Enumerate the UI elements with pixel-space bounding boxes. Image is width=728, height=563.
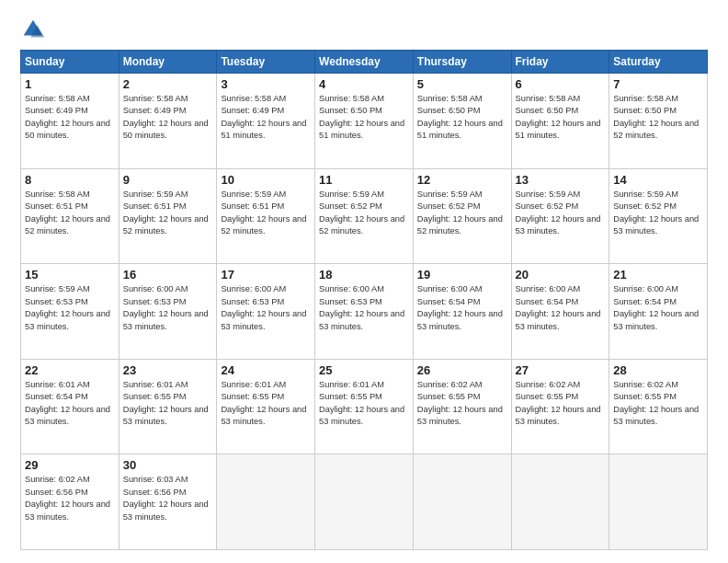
header bbox=[20, 17, 708, 42]
day-number: 29 bbox=[25, 458, 115, 472]
day-cell: 30 Sunrise: 6:03 AMSunset: 6:56 PMDaylig… bbox=[119, 454, 217, 550]
week-row-3: 15 Sunrise: 5:59 AMSunset: 6:53 PMDaylig… bbox=[21, 264, 708, 360]
day-cell: 7 Sunrise: 5:58 AMSunset: 6:50 PMDayligh… bbox=[609, 74, 708, 169]
day-cell: 21 Sunrise: 6:00 AMSunset: 6:54 PMDaylig… bbox=[609, 264, 708, 360]
day-cell: 24 Sunrise: 6:01 AMSunset: 6:55 PMDaylig… bbox=[217, 359, 315, 454]
day-number: 10 bbox=[221, 173, 311, 187]
day-number: 7 bbox=[613, 77, 703, 91]
day-number: 5 bbox=[417, 77, 507, 91]
logo-icon bbox=[20, 17, 46, 42]
day-header-monday: Monday bbox=[119, 51, 217, 74]
day-cell: 1 Sunrise: 5:58 AMSunset: 6:49 PMDayligh… bbox=[21, 74, 119, 169]
day-info: Sunrise: 5:58 AMSunset: 6:50 PMDaylight:… bbox=[613, 93, 703, 143]
day-cell bbox=[511, 454, 609, 550]
day-number: 21 bbox=[613, 268, 703, 282]
week-row-2: 8 Sunrise: 5:58 AMSunset: 6:51 PMDayligh… bbox=[21, 168, 708, 264]
day-info: Sunrise: 6:00 AMSunset: 6:54 PMDaylight:… bbox=[613, 283, 703, 333]
day-cell: 25 Sunrise: 6:01 AMSunset: 6:55 PMDaylig… bbox=[315, 359, 414, 454]
day-info: Sunrise: 6:00 AMSunset: 6:53 PMDaylight:… bbox=[123, 283, 213, 333]
day-info: Sunrise: 6:01 AMSunset: 6:55 PMDaylight:… bbox=[221, 379, 311, 429]
day-number: 1 bbox=[25, 77, 115, 91]
day-number: 24 bbox=[221, 363, 311, 377]
header-row: SundayMondayTuesdayWednesdayThursdayFrid… bbox=[21, 51, 708, 74]
day-cell: 27 Sunrise: 6:02 AMSunset: 6:55 PMDaylig… bbox=[511, 359, 609, 454]
calendar: SundayMondayTuesdayWednesdayThursdayFrid… bbox=[20, 50, 708, 550]
day-cell: 26 Sunrise: 6:02 AMSunset: 6:55 PMDaylig… bbox=[413, 359, 511, 454]
day-number: 15 bbox=[25, 268, 115, 282]
day-number: 26 bbox=[417, 363, 507, 377]
day-info: Sunrise: 6:03 AMSunset: 6:56 PMDaylight:… bbox=[123, 474, 213, 523]
day-info: Sunrise: 6:00 AMSunset: 6:53 PMDaylight:… bbox=[221, 283, 311, 333]
day-info: Sunrise: 6:02 AMSunset: 6:55 PMDaylight:… bbox=[516, 379, 606, 429]
calendar-header: SundayMondayTuesdayWednesdayThursdayFrid… bbox=[21, 51, 708, 74]
day-header-saturday: Saturday bbox=[609, 51, 708, 74]
day-number: 2 bbox=[123, 77, 213, 91]
day-number: 11 bbox=[319, 173, 409, 187]
week-row-5: 29 Sunrise: 6:02 AMSunset: 6:56 PMDaylig… bbox=[21, 454, 708, 550]
day-cell: 18 Sunrise: 6:00 AMSunset: 6:53 PMDaylig… bbox=[315, 264, 414, 360]
day-cell bbox=[609, 454, 708, 550]
day-cell: 2 Sunrise: 5:58 AMSunset: 6:49 PMDayligh… bbox=[119, 74, 217, 169]
page: SundayMondayTuesdayWednesdayThursdayFrid… bbox=[0, 0, 728, 563]
day-cell: 29 Sunrise: 6:02 AMSunset: 6:56 PMDaylig… bbox=[21, 454, 119, 550]
day-cell bbox=[217, 454, 315, 550]
day-info: Sunrise: 6:01 AMSunset: 6:55 PMDaylight:… bbox=[319, 379, 409, 429]
day-cell: 16 Sunrise: 6:00 AMSunset: 6:53 PMDaylig… bbox=[119, 264, 217, 360]
day-info: Sunrise: 5:58 AMSunset: 6:50 PMDaylight:… bbox=[516, 93, 606, 143]
day-info: Sunrise: 5:59 AMSunset: 6:52 PMDaylight:… bbox=[613, 189, 703, 238]
day-info: Sunrise: 5:59 AMSunset: 6:51 PMDaylight:… bbox=[221, 189, 311, 238]
day-info: Sunrise: 6:00 AMSunset: 6:54 PMDaylight:… bbox=[417, 283, 507, 333]
day-number: 30 bbox=[123, 458, 213, 472]
day-cell: 11 Sunrise: 5:59 AMSunset: 6:52 PMDaylig… bbox=[315, 168, 414, 264]
day-number: 14 bbox=[613, 173, 703, 187]
day-cell: 22 Sunrise: 6:01 AMSunset: 6:54 PMDaylig… bbox=[21, 359, 119, 454]
day-cell: 5 Sunrise: 5:58 AMSunset: 6:50 PMDayligh… bbox=[413, 74, 511, 169]
day-info: Sunrise: 5:59 AMSunset: 6:51 PMDaylight:… bbox=[123, 189, 213, 238]
day-info: Sunrise: 5:59 AMSunset: 6:52 PMDaylight:… bbox=[319, 189, 409, 238]
day-cell: 15 Sunrise: 5:59 AMSunset: 6:53 PMDaylig… bbox=[21, 264, 119, 360]
day-cell: 28 Sunrise: 6:02 AMSunset: 6:55 PMDaylig… bbox=[609, 359, 708, 454]
day-cell: 9 Sunrise: 5:59 AMSunset: 6:51 PMDayligh… bbox=[119, 168, 217, 264]
day-number: 22 bbox=[25, 363, 115, 377]
day-info: Sunrise: 5:59 AMSunset: 6:52 PMDaylight:… bbox=[516, 189, 606, 238]
day-cell: 8 Sunrise: 5:58 AMSunset: 6:51 PMDayligh… bbox=[21, 168, 119, 264]
day-cell: 6 Sunrise: 5:58 AMSunset: 6:50 PMDayligh… bbox=[511, 74, 609, 169]
day-number: 20 bbox=[516, 268, 606, 282]
calendar-body: 1 Sunrise: 5:58 AMSunset: 6:49 PMDayligh… bbox=[21, 74, 708, 550]
day-header-sunday: Sunday bbox=[21, 51, 119, 74]
day-cell: 20 Sunrise: 6:00 AMSunset: 6:54 PMDaylig… bbox=[511, 264, 609, 360]
day-number: 23 bbox=[123, 363, 213, 377]
day-number: 12 bbox=[417, 173, 507, 187]
day-cell: 4 Sunrise: 5:58 AMSunset: 6:50 PMDayligh… bbox=[315, 74, 414, 169]
day-number: 13 bbox=[516, 173, 606, 187]
day-header-tuesday: Tuesday bbox=[217, 51, 315, 74]
day-cell: 3 Sunrise: 5:58 AMSunset: 6:49 PMDayligh… bbox=[217, 74, 315, 169]
day-number: 18 bbox=[319, 268, 409, 282]
day-cell: 12 Sunrise: 5:59 AMSunset: 6:52 PMDaylig… bbox=[413, 168, 511, 264]
day-number: 6 bbox=[516, 77, 606, 91]
day-info: Sunrise: 6:02 AMSunset: 6:55 PMDaylight:… bbox=[417, 379, 507, 429]
day-info: Sunrise: 5:58 AMSunset: 6:49 PMDaylight:… bbox=[123, 93, 213, 143]
day-info: Sunrise: 5:59 AMSunset: 6:52 PMDaylight:… bbox=[417, 189, 507, 238]
day-header-friday: Friday bbox=[511, 51, 609, 74]
day-info: Sunrise: 5:58 AMSunset: 6:49 PMDaylight:… bbox=[25, 93, 115, 143]
day-cell bbox=[315, 454, 414, 550]
day-header-thursday: Thursday bbox=[413, 51, 511, 74]
day-cell: 23 Sunrise: 6:01 AMSunset: 6:55 PMDaylig… bbox=[119, 359, 217, 454]
day-number: 17 bbox=[221, 268, 311, 282]
day-number: 8 bbox=[25, 173, 115, 187]
day-number: 3 bbox=[221, 77, 311, 91]
week-row-1: 1 Sunrise: 5:58 AMSunset: 6:49 PMDayligh… bbox=[21, 74, 708, 169]
day-number: 25 bbox=[319, 363, 409, 377]
day-cell: 14 Sunrise: 5:59 AMSunset: 6:52 PMDaylig… bbox=[609, 168, 708, 264]
day-number: 28 bbox=[613, 363, 703, 377]
day-info: Sunrise: 5:58 AMSunset: 6:49 PMDaylight:… bbox=[221, 93, 311, 143]
day-header-wednesday: Wednesday bbox=[315, 51, 414, 74]
day-cell: 10 Sunrise: 5:59 AMSunset: 6:51 PMDaylig… bbox=[217, 168, 315, 264]
logo bbox=[20, 17, 50, 42]
day-info: Sunrise: 6:01 AMSunset: 6:55 PMDaylight:… bbox=[123, 379, 213, 429]
day-number: 4 bbox=[319, 77, 409, 91]
day-info: Sunrise: 6:00 AMSunset: 6:54 PMDaylight:… bbox=[516, 283, 606, 333]
day-number: 9 bbox=[123, 173, 213, 187]
day-info: Sunrise: 5:58 AMSunset: 6:51 PMDaylight:… bbox=[25, 189, 115, 238]
